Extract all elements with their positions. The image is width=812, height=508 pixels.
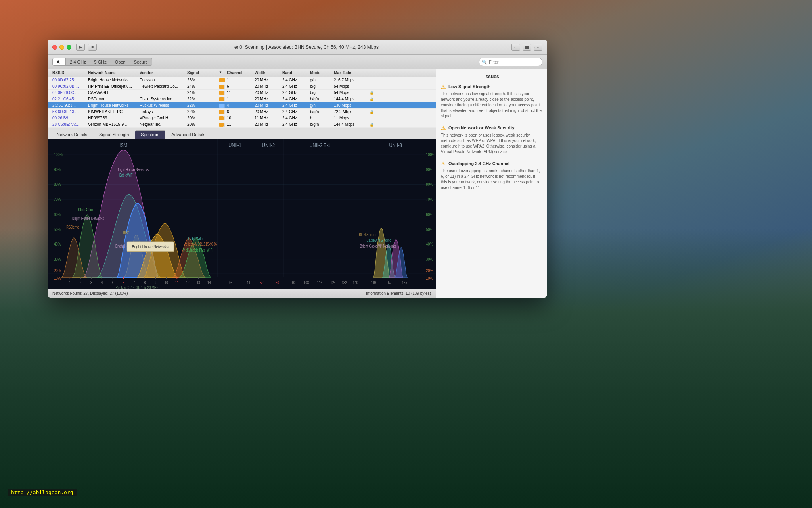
cell-bssid: 2C:5D:93:3... xyxy=(51,103,86,108)
col-width: Width xyxy=(253,70,281,76)
table-row[interactable]: 2C:5D:93:3... Bright House Networks Ruck… xyxy=(48,102,436,109)
table-row[interactable]: 00:0D:67:25:... Bright House Networks Er… xyxy=(48,77,436,83)
cell-band: 2.4 GHz xyxy=(281,109,308,114)
svg-text:5: 5 xyxy=(112,281,113,285)
svg-text:10%: 10% xyxy=(426,276,433,281)
svg-text:60%: 60% xyxy=(54,212,61,217)
col-extra xyxy=(368,70,392,76)
svg-text:44: 44 xyxy=(247,281,250,285)
filter-tabs: All 2.4 GHz 5 GHz Open Secure xyxy=(52,58,152,66)
svg-text:165: 165 xyxy=(402,281,407,285)
svg-text:CableWifi Singing: CableWifi Singing xyxy=(367,238,391,242)
cell-signal-bar xyxy=(217,84,225,89)
table-row[interactable]: 64:0F:29:0C:... CARWASH 24% 11 20 MHz 2.… xyxy=(48,90,436,96)
svg-text:4: 4 xyxy=(101,281,103,285)
svg-text:157: 157 xyxy=(386,281,391,285)
cell-lock xyxy=(368,86,392,87)
col-signal-sort[interactable]: ▼ xyxy=(217,70,225,76)
cell-maxrate: 54 Mbps xyxy=(332,84,368,89)
col-vendor: Vendor xyxy=(138,70,186,76)
stop-button[interactable]: ■ xyxy=(88,44,97,51)
traffic-lights xyxy=(52,45,71,50)
cell-mode: g/n xyxy=(308,77,332,83)
dual-col-button[interactable]: ▭▭ xyxy=(534,44,542,51)
cell-signal-pct: 22% xyxy=(186,96,217,102)
svg-text:UNII-2: UNII-2 xyxy=(262,142,275,149)
cell-maxrate: 144.4 Mbps xyxy=(332,96,368,102)
cell-width: 20 MHz xyxy=(253,122,281,127)
cell-channel: 4 xyxy=(225,103,253,108)
cell-width: 20 MHz xyxy=(253,103,281,108)
filter-tab-all[interactable]: All xyxy=(53,58,66,65)
filter-input[interactable] xyxy=(479,58,542,66)
warning-icon-3: ⚠ xyxy=(441,160,446,167)
status-left: Networks Found: 27, Displayed: 27 (100%) xyxy=(52,291,128,296)
svg-text:Bright CableWifi Networks: Bright CableWifi Networks xyxy=(360,244,396,248)
double-col-button[interactable]: ▮▮ xyxy=(523,44,531,51)
cell-name: CARWASH xyxy=(86,90,138,95)
filter-tab-2ghz[interactable]: 2.4 GHz xyxy=(66,58,90,65)
title-bar: ▶ ■ en0: Scanning | Associated: BHN Secu… xyxy=(48,40,547,55)
close-button[interactable] xyxy=(52,45,57,50)
tab-signal-strength[interactable]: Signal Strength xyxy=(93,130,135,139)
table-row[interactable]: 00:26:B9:... HP0697B9 VRmagic GmbH 20% 1… xyxy=(48,115,436,121)
filter-tab-secure[interactable]: Secure xyxy=(130,58,152,65)
cell-lock: 🔒 xyxy=(368,122,392,127)
url-bar: http://abilogean.org xyxy=(8,489,77,496)
svg-text:Verizon-MBR1515-9086: Verizon-MBR1515-9086 xyxy=(184,242,217,246)
cell-mode: b/g/n xyxy=(308,122,332,127)
tab-network-details[interactable]: Network Details xyxy=(51,130,93,139)
cell-bssid: 00:26:B9:... xyxy=(51,115,86,121)
single-col-button[interactable]: ▭ xyxy=(511,44,520,51)
table-row[interactable]: 02:21:C6:45:... RSDemo Cisco Systems Inc… xyxy=(48,96,436,102)
cell-maxrate: 11 Mbps xyxy=(332,115,368,121)
cell-band: 2.4 GHz xyxy=(281,96,308,102)
issues-title: Issues xyxy=(441,74,542,79)
cell-channel: 10 xyxy=(225,115,253,121)
svg-text:90%: 90% xyxy=(426,167,433,172)
svg-text:Bright House Networks: Bright House Networks xyxy=(117,167,149,172)
table-row[interactable]: 28:C6:8E:7A:... Verizon-MBR1515-9... Net… xyxy=(48,121,436,128)
table-header: BSSID Network Name Vendor Signal ▼ Chann… xyxy=(48,69,436,77)
cell-signal-pct: 24% xyxy=(186,84,217,89)
cell-mode: b/g xyxy=(308,84,332,89)
play-button[interactable]: ▶ xyxy=(76,44,85,51)
cell-mode: b/g/n xyxy=(308,109,332,114)
svg-text:132: 132 xyxy=(342,281,347,285)
table-row[interactable]: 58:6D:8F:13:... KIMWHITAKER-PC Linksys 2… xyxy=(48,109,436,115)
cell-vendor: Ericsson xyxy=(138,77,186,83)
svg-text:100%: 100% xyxy=(54,152,63,157)
svg-text:30%: 30% xyxy=(54,257,61,262)
svg-text:6: 6 xyxy=(123,281,124,285)
filter-tab-5ghz[interactable]: 5 GHz xyxy=(90,58,111,65)
cell-mode: g/n xyxy=(308,103,332,108)
svg-text:14: 14 xyxy=(207,281,211,285)
tab-spectrum[interactable]: Spectrum xyxy=(135,130,165,139)
filter-tab-open[interactable]: Open xyxy=(111,58,130,65)
search-wrapper: 🔍 xyxy=(479,58,542,66)
cell-bssid: 02:21:C6:45:... xyxy=(51,96,86,102)
cell-name: Bright House Networks xyxy=(86,77,138,83)
cell-band: 2.4 GHz xyxy=(281,77,308,83)
table-row[interactable]: 00:9C:02:0B:... HP-Print-EE-Officejet 6.… xyxy=(48,83,436,90)
svg-text:52: 52 xyxy=(260,281,264,285)
col-maxrate: Max Rate xyxy=(332,70,368,76)
cell-signal-pct: 20% xyxy=(186,122,217,127)
cell-width: 20 MHz xyxy=(253,84,281,89)
cell-channel: 1 xyxy=(225,96,253,102)
col-band: Band xyxy=(281,70,308,76)
minimize-button[interactable] xyxy=(59,45,64,50)
tab-advanced-details[interactable]: Advanced Details xyxy=(165,130,211,139)
status-right: Information Elements: 10 (139 bytes) xyxy=(366,291,431,296)
cell-vendor xyxy=(138,92,186,93)
svg-text:100: 100 xyxy=(290,281,295,285)
svg-text:40%: 40% xyxy=(54,242,61,246)
cell-name: Verizon-MBR1515-9... xyxy=(86,122,138,127)
left-panel: BSSID Network Name Vendor Signal ▼ Chann… xyxy=(48,69,436,298)
maximize-button[interactable] xyxy=(67,45,71,50)
svg-text:Ruckus:33:14:08, 4 @ 20 MHz: Ruckus:33:14:08, 4 @ 20 MHz xyxy=(115,285,158,289)
cell-signal-bar xyxy=(217,103,225,108)
main-content: BSSID Network Name Vendor Signal ▼ Chann… xyxy=(48,69,547,298)
cell-signal-bar xyxy=(217,116,225,121)
window-title: en0: Scanning | Associated: BHN Secure, … xyxy=(102,44,511,50)
